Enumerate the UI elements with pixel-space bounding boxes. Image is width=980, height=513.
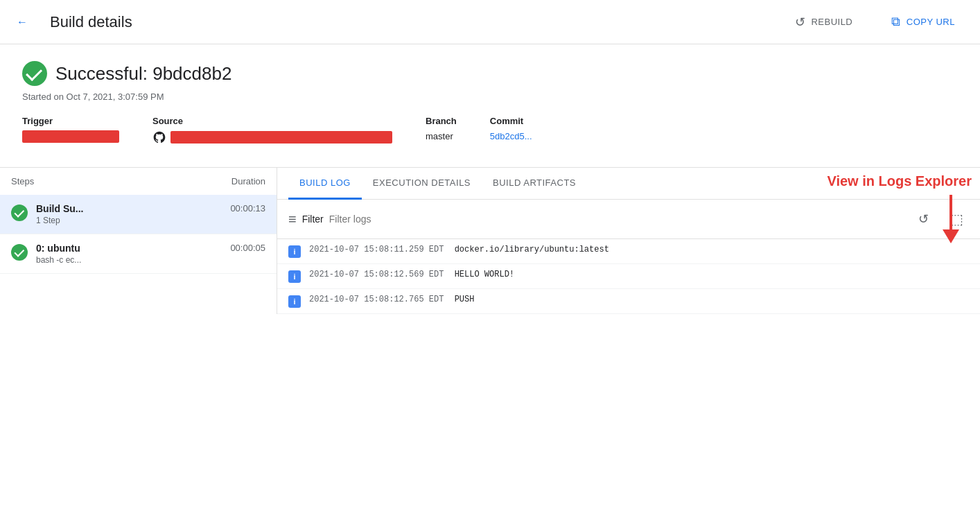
log-panel: BUILD LOG EXECUTION DETAILS BUILD ARTIFA… bbox=[277, 168, 980, 314]
filter-lines-icon: ≡ bbox=[288, 211, 297, 227]
log-panel-wrapper: View in Logs Explorer BUILD LOG EXECUTIO… bbox=[277, 168, 980, 314]
branch-value: master bbox=[426, 131, 453, 141]
source-row bbox=[152, 130, 392, 144]
filter-bar: ≡ Filter ↺ ⬚ bbox=[277, 200, 980, 239]
step-info-1: 0: ubuntu bash -c ec... bbox=[36, 243, 222, 265]
source-field: Source bbox=[152, 116, 392, 144]
toolbar: ← Build details ↺ REBUILD ⧉ COPY URL bbox=[0, 0, 980, 44]
source-label: Source bbox=[152, 116, 392, 126]
steps-panel: Steps Duration Build Su... 1 Step 00:00:… bbox=[0, 168, 277, 314]
trigger-field: Trigger bbox=[22, 116, 119, 145]
log-text-0: 2021-10-07 15:08:11.259 EDT docker.io/li… bbox=[309, 245, 609, 254]
filter-label: Filter bbox=[302, 214, 324, 225]
back-button[interactable]: ← bbox=[17, 16, 28, 28]
main-body: Steps Duration Build Su... 1 Step 00:00:… bbox=[0, 167, 980, 314]
commit-field: Commit 5db2cd5... bbox=[490, 116, 532, 141]
duration-label: Duration bbox=[231, 176, 265, 186]
filter-actions: ↺ ⬚ bbox=[911, 207, 969, 232]
status-header: Successful: 9bdcd8b2 bbox=[22, 61, 958, 86]
step-sub-1: bash -c ec... bbox=[36, 255, 222, 265]
log-text-2: 2021-10-07 15:08:12.765 EDT PUSH bbox=[309, 295, 474, 304]
log-message-2: PUSH bbox=[455, 295, 475, 304]
success-check-icon bbox=[22, 61, 47, 86]
copy-url-label: COPY URL bbox=[907, 17, 955, 27]
steps-header: Steps Duration bbox=[0, 168, 277, 195]
branch-field: Branch master bbox=[426, 116, 457, 141]
external-link-button[interactable]: ⬚ bbox=[944, 207, 969, 232]
tabs: BUILD LOG EXECUTION DETAILS BUILD ARTIFA… bbox=[277, 168, 980, 200]
log-badge-0: i bbox=[288, 245, 301, 258]
refresh-icon: ↺ bbox=[918, 211, 929, 227]
source-redacted bbox=[170, 131, 392, 144]
commit-value[interactable]: 5db2cd5... bbox=[490, 131, 532, 141]
main-content: Successful: 9bdcd8b2 Started on Oct 7, 2… bbox=[0, 44, 980, 162]
step-item-0[interactable]: Build Su... 1 Step 00:00:13 bbox=[0, 195, 277, 234]
steps-label: Steps bbox=[11, 176, 34, 186]
step-check-icon-1 bbox=[11, 244, 28, 261]
step-name-0: Build Su... bbox=[36, 203, 222, 214]
filter-input[interactable] bbox=[329, 214, 905, 225]
log-time-1: 2021-10-07 15:08:12.569 EDT bbox=[309, 270, 444, 279]
copy-url-button[interactable]: ⧉ COPY URL bbox=[883, 9, 963, 35]
commit-label: Commit bbox=[490, 116, 532, 126]
log-badge-1: i bbox=[288, 270, 301, 283]
log-badge-2: i bbox=[288, 295, 301, 308]
metadata-row: Trigger Source Branch master Commit 5db2… bbox=[22, 116, 958, 145]
refresh-button[interactable]: ↺ bbox=[911, 207, 936, 232]
log-message-1: HELLO WORLD! bbox=[455, 270, 514, 279]
page-title: Build details bbox=[50, 13, 132, 31]
github-icon bbox=[152, 130, 166, 144]
step-name-1: 0: ubuntu bbox=[36, 243, 222, 254]
rebuild-icon: ↺ bbox=[795, 15, 806, 30]
rebuild-button[interactable]: ↺ REBUILD bbox=[787, 9, 861, 35]
trigger-redacted bbox=[22, 130, 119, 143]
step-duration-0: 00:00:13 bbox=[230, 203, 265, 214]
tab-build-artifacts[interactable]: BUILD ARTIFACTS bbox=[482, 168, 587, 200]
external-link-icon: ⬚ bbox=[950, 211, 963, 227]
copy-icon: ⧉ bbox=[891, 15, 901, 29]
step-info-0: Build Su... 1 Step bbox=[36, 203, 222, 225]
log-message-0: docker.io/library/ubuntu:latest bbox=[455, 245, 609, 254]
branch-label: Branch bbox=[426, 116, 457, 126]
tab-execution-details[interactable]: EXECUTION DETAILS bbox=[362, 168, 482, 200]
log-time-0: 2021-10-07 15:08:11.259 EDT bbox=[309, 245, 444, 254]
log-time-2: 2021-10-07 15:08:12.765 EDT bbox=[309, 295, 444, 304]
step-check-icon-0 bbox=[11, 205, 28, 221]
log-entry-0: i 2021-10-07 15:08:11.259 EDT docker.io/… bbox=[277, 239, 980, 264]
build-started: Started on Oct 7, 2021, 3:07:59 PM bbox=[22, 92, 958, 102]
step-sub-0: 1 Step bbox=[36, 216, 222, 225]
back-arrow-icon: ← bbox=[17, 16, 28, 28]
rebuild-label: REBUILD bbox=[811, 17, 852, 27]
trigger-label: Trigger bbox=[22, 116, 119, 126]
step-item-1[interactable]: 0: ubuntu bash -c ec... 00:00:05 bbox=[0, 234, 277, 274]
log-entries: i 2021-10-07 15:08:11.259 EDT docker.io/… bbox=[277, 239, 980, 314]
build-title: Successful: 9bdcd8b2 bbox=[55, 63, 231, 85]
log-entry-2: i 2021-10-07 15:08:12.765 EDT PUSH bbox=[277, 289, 980, 314]
log-text-1: 2021-10-07 15:08:12.569 EDT HELLO WORLD! bbox=[309, 270, 514, 279]
log-entry-1: i 2021-10-07 15:08:12.569 EDT HELLO WORL… bbox=[277, 264, 980, 289]
step-duration-1: 00:00:05 bbox=[230, 243, 265, 253]
tab-build-log[interactable]: BUILD LOG bbox=[288, 168, 362, 200]
